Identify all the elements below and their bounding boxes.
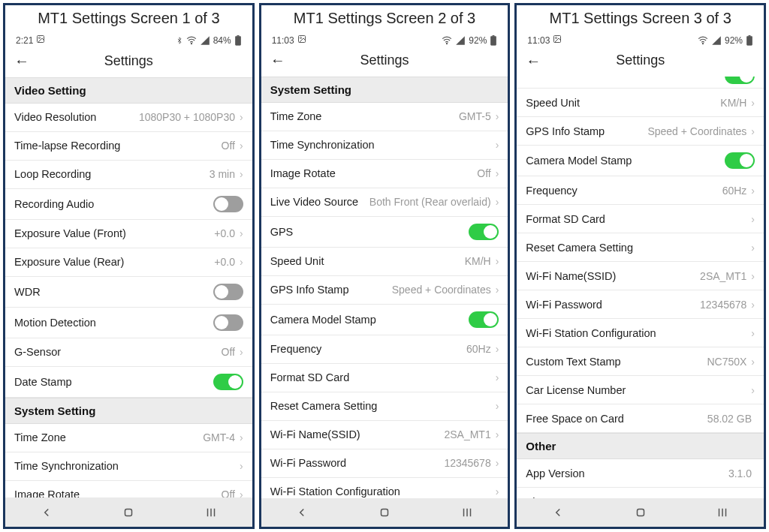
android-nav-bar — [5, 497, 252, 527]
back-button[interactable]: ← — [524, 53, 542, 68]
settings-row[interactable]: GPS — [261, 217, 508, 248]
settings-row[interactable]: Custom Text StampNC750X› — [517, 347, 764, 376]
row-label: WDR — [14, 286, 213, 298]
settings-row[interactable]: Reset Camera Setting› — [517, 233, 764, 262]
settings-row[interactable]: Wi-Fi Name(SSID)2SA_MT1› — [261, 421, 508, 449]
settings-row[interactable]: Time-lapse RecordingOff› — [5, 132, 252, 161]
settings-row: App Version3.1.0 — [517, 459, 764, 488]
settings-row[interactable]: GPS Info StampSpeed + Coordinates› — [517, 117, 764, 146]
row-value: 1080P30 + 1080P30 — [139, 111, 235, 123]
battery-icon — [234, 35, 242, 46]
settings-row[interactable]: Format SD Card› — [261, 364, 508, 392]
settings-row[interactable]: Video Resolution1080P30 + 1080P30› — [5, 104, 252, 132]
panel-title: MT1 Settings Screen 3 of 3 — [517, 5, 764, 32]
settings-list[interactable]: Speed UnitKM/H›GPS Info StampSpeed + Coo… — [517, 77, 764, 497]
settings-row[interactable]: Loop Recording3 min› — [5, 161, 252, 189]
chevron-right-icon: › — [751, 299, 755, 311]
settings-row[interactable]: Exposure Value (Front)+0.0› — [5, 220, 252, 248]
android-nav-bar — [261, 498, 508, 527]
settings-row[interactable]: Camera Model Stamp — [261, 305, 508, 335]
settings-list[interactable]: Video SettingVideo Resolution1080P30 + 1… — [5, 77, 252, 497]
settings-row[interactable]: Motion Detection — [5, 308, 252, 338]
toggle-switch[interactable] — [469, 311, 499, 328]
chevron-right-icon: › — [751, 270, 755, 282]
nav-home-button[interactable] — [629, 506, 653, 519]
settings-row[interactable]: Recording Audio — [5, 189, 252, 220]
nav-recent-button[interactable] — [710, 506, 734, 519]
toggle-switch[interactable] — [213, 374, 243, 390]
settings-row[interactable]: G-SensorOff› — [5, 338, 252, 367]
row-value: NC750X — [707, 356, 746, 368]
settings-panel-2: MT1 Settings Screen 2 of 311:0392%←Setti… — [259, 3, 511, 529]
chevron-right-icon: › — [240, 168, 243, 180]
settings-row[interactable]: Car License Number› — [517, 376, 764, 404]
toggle-switch[interactable] — [213, 314, 243, 331]
nav-back-button[interactable] — [290, 506, 314, 519]
signal-icon — [455, 35, 466, 46]
settings-row[interactable]: Wi-Fi Station Configuration› — [517, 319, 764, 347]
nav-home-button[interactable] — [372, 506, 397, 519]
appbar-title: Settings — [261, 53, 508, 68]
settings-row[interactable]: Time ZoneGMT-4› — [5, 424, 252, 452]
settings-row[interactable]: Live Video SourceBoth Front (Rear overla… — [261, 188, 508, 217]
nav-recent-button[interactable] — [199, 506, 223, 519]
svg-rect-12 — [491, 36, 496, 45]
row-label: Time Synchronization — [14, 460, 238, 472]
toggle-switch[interactable] — [725, 77, 755, 84]
svg-point-19 — [556, 38, 557, 39]
settings-row[interactable]: Image RotateOff› — [5, 481, 252, 497]
settings-row[interactable]: Wi-Fi Name(SSID)2SA_MT1› — [517, 262, 764, 290]
status-time: 11:03 — [272, 35, 294, 46]
row-label: Reset Camera Setting — [270, 400, 494, 412]
back-button[interactable]: ← — [13, 53, 31, 68]
row-label: Speed Unit — [526, 97, 720, 109]
row-label: Video Resolution — [14, 111, 139, 123]
row-label: G-Sensor — [14, 346, 222, 358]
settings-row[interactable]: Wi-Fi Station Configuration› — [261, 478, 508, 498]
settings-row[interactable]: Wi-Fi Password12345678› — [261, 449, 508, 478]
settings-row[interactable]: Date Stamp — [5, 367, 252, 398]
settings-row[interactable]: Wi-Fi Password12345678› — [517, 290, 764, 319]
row-label: Exposure Value (Rear) — [14, 256, 214, 268]
settings-row[interactable]: Speed UnitKM/H› — [261, 248, 508, 276]
settings-row[interactable]: Camera Model Stamp — [517, 146, 764, 176]
wifi-icon — [442, 35, 452, 46]
settings-row[interactable]: Time ZoneGMT-5› — [261, 103, 508, 131]
nav-back-button[interactable] — [546, 506, 570, 519]
svg-point-2 — [191, 43, 191, 44]
row-value: 12345678 — [444, 457, 490, 469]
settings-row[interactable]: Exposure Value (Rear)+0.0› — [5, 248, 252, 277]
nav-home-button[interactable] — [116, 506, 140, 519]
settings-list[interactable]: System SettingTime ZoneGMT-5›Time Synchr… — [261, 77, 508, 498]
chevron-right-icon: › — [496, 110, 499, 122]
toggle-switch[interactable] — [213, 196, 243, 212]
settings-row[interactable]: Frequency60Hz› — [261, 335, 508, 364]
toggle-switch[interactable] — [213, 284, 243, 300]
settings-row[interactable]: Time Synchronization› — [5, 452, 252, 481]
row-label: Loop Recording — [14, 168, 210, 180]
panel-title: MT1 Settings Screen 2 of 3 — [261, 5, 508, 32]
row-value: Off — [477, 167, 490, 179]
nav-recent-button[interactable] — [455, 506, 479, 519]
nav-back-button[interactable] — [35, 506, 59, 519]
settings-row[interactable]: Time Synchronization› — [261, 131, 508, 160]
settings-row[interactable]: Frequency60Hz› — [517, 176, 764, 205]
settings-row[interactable]: Format SD Card› — [517, 205, 764, 233]
chevron-right-icon: › — [240, 488, 243, 497]
settings-row[interactable]: WDR — [5, 277, 252, 308]
row-label: GPS — [270, 226, 469, 238]
svg-rect-21 — [747, 36, 752, 45]
settings-row[interactable]: Speed UnitKM/H› — [517, 89, 764, 117]
row-value: 12345678 — [700, 299, 746, 311]
settings-row[interactable]: Reset Camera Setting› — [261, 392, 508, 421]
svg-rect-4 — [237, 35, 239, 36]
settings-row[interactable]: Image RotateOff› — [261, 160, 508, 188]
back-button[interactable]: ← — [269, 53, 287, 68]
toggle-switch[interactable] — [469, 224, 499, 240]
row-label: Format SD Card — [270, 371, 494, 383]
row-label: GPS Info Stamp — [526, 125, 647, 137]
toggle-switch[interactable] — [725, 152, 755, 169]
row-label: Free Space on Card — [526, 413, 707, 425]
row-label: Time Zone — [14, 431, 203, 443]
settings-row[interactable]: GPS Info StampSpeed + Coordinates› — [261, 276, 508, 305]
